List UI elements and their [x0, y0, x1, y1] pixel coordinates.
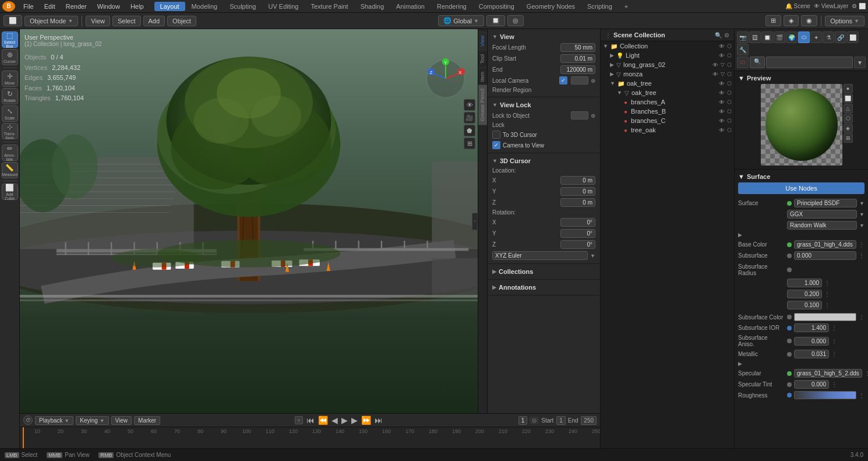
viewport-gizmo[interactable]: X Y Z: [425, 58, 466, 100]
branches-a-render-vis[interactable]: ⬡: [727, 99, 732, 105]
cursor-z-value[interactable]: 0 m: [560, 198, 595, 207]
next-frame-btn[interactable]: ⏩: [360, 416, 372, 425]
editor-type-btn[interactable]: ⬜: [3, 15, 22, 26]
xray-btn[interactable]: ◈: [784, 15, 799, 26]
oak-tree-col-render-vis[interactable]: ⬡: [727, 80, 732, 86]
cursor-x-value[interactable]: 0 m: [560, 176, 595, 185]
props-world-btn[interactable]: 🌍: [786, 31, 798, 43]
local-camera-checkbox[interactable]: ✓: [559, 76, 567, 85]
long-grass-render-vis[interactable]: ⬡: [727, 62, 732, 68]
cursor-rx-value[interactable]: 0°: [560, 218, 595, 227]
jump-start-btn[interactable]: ⏮: [305, 416, 316, 425]
tab-scripting[interactable]: Scripting: [581, 2, 618, 11]
snap-btn[interactable]: 🔲: [486, 15, 505, 26]
viewport-shading-btn[interactable]: ◉: [801, 15, 817, 26]
oak-tree-visibility[interactable]: 👁: [719, 90, 725, 96]
to-3d-cursor-checkbox[interactable]: [492, 131, 500, 139]
snap-tool-btn[interactable]: ⊞: [464, 138, 475, 149]
monza-render-vis[interactable]: ⬡: [727, 71, 732, 77]
cursor-rz-value[interactable]: 0°: [560, 240, 595, 249]
distribution-value[interactable]: GGX: [787, 210, 857, 219]
search-materials-btn[interactable]: 🔍: [750, 57, 765, 68]
tab-shading[interactable]: Shading: [355, 2, 390, 11]
tool-cursor[interactable]: ⊕ Cursor: [2, 49, 18, 65]
prev-frame-btn[interactable]: ⏪: [317, 416, 329, 425]
subsurface-color-more[interactable]: ⋮: [859, 314, 865, 321]
monza-visibility[interactable]: 👁: [712, 71, 718, 78]
n-tab-tool[interactable]: Tool: [478, 50, 487, 68]
outliner-filter-btn[interactable]: 🔍: [715, 32, 722, 38]
outliner-item-branches-c[interactable]: ● branches_C 👁 ⬡: [601, 116, 734, 125]
camera-to-view-checkbox[interactable]: ✓: [492, 141, 500, 149]
prev-ctrl-6[interactable]: ⊞: [844, 133, 853, 143]
subsurface-more[interactable]: ⋮: [859, 252, 865, 259]
n-tab-view[interactable]: View: [478, 31, 487, 50]
tool-annotate[interactable]: ✏ Anno-tate: [2, 145, 18, 161]
view-tool-btn[interactable]: 👁: [464, 99, 475, 111]
cursor-3d-header[interactable]: ▼ 3D Cursor: [488, 156, 600, 166]
select-btn[interactable]: Select: [112, 16, 141, 26]
props-view-layer-btn[interactable]: 🔲: [761, 31, 773, 43]
menu-render[interactable]: Render: [61, 2, 91, 11]
metallic-value[interactable]: 0.031: [794, 350, 829, 358]
specular-tint-more[interactable]: ⋮: [831, 381, 837, 388]
sub-radius-r[interactable]: 1.000: [787, 279, 822, 287]
props-render-btn[interactable]: 📷: [737, 31, 749, 43]
prev-keyframe-btn[interactable]: ◀: [330, 416, 339, 425]
start-frame-field[interactable]: 1: [556, 416, 566, 425]
subsurface-ior-value[interactable]: 1.400: [794, 323, 829, 332]
rotation-mode-value[interactable]: XYZ Euler: [492, 251, 588, 260]
timeline-ruler[interactable]: 10 20 30 40 50 60 70 80 90 100 110 120 1…: [20, 427, 600, 448]
branches-a-visibility[interactable]: 👁: [719, 99, 725, 105]
tree-oak-render-vis[interactable]: ⬡: [727, 127, 732, 133]
n-tab-item[interactable]: Item: [478, 68, 487, 86]
keying-btn[interactable]: Keying ▼: [76, 416, 108, 425]
prev-ctrl-5[interactable]: ◈: [844, 124, 853, 133]
playback-btn[interactable]: Playback ▼: [35, 416, 73, 425]
prev-ctrl-4[interactable]: ⬡: [844, 114, 853, 123]
view-btn[interactable]: View: [86, 16, 110, 26]
roughness-more[interactable]: ⋮: [859, 392, 865, 399]
tab-geometry-nodes[interactable]: Geometry Nodes: [521, 2, 581, 11]
outliner-item-monza[interactable]: ▶ ▽ monza 👁 ▽ ⬡: [601, 69, 734, 79]
subsurface-aniso-value[interactable]: 0.000: [794, 337, 829, 346]
proportional-btn[interactable]: ◎: [507, 15, 524, 26]
light-render-vis[interactable]: ⬡: [727, 52, 732, 58]
tool-transform[interactable]: ⊹ Trans-form: [2, 123, 18, 139]
light-visibility[interactable]: 👁: [719, 52, 725, 59]
tab-compositing[interactable]: Compositing: [473, 2, 520, 11]
view-lock-header[interactable]: ▼ View Lock: [488, 100, 600, 110]
outliner-item-branches-a[interactable]: ● branches_A 👁 ⬡: [601, 97, 734, 107]
view-section-header[interactable]: ▼ View: [488, 31, 600, 42]
props-material-btn[interactable]: ⬭: [798, 31, 810, 43]
menu-file[interactable]: File: [19, 2, 38, 11]
camera-tool-btn[interactable]: 🎥: [464, 112, 475, 124]
oak-tree-col-visibility[interactable]: 👁: [719, 80, 725, 87]
tab-rendering[interactable]: Rendering: [431, 2, 472, 11]
local-camera-picker[interactable]: [571, 76, 588, 85]
prev-ctrl-1[interactable]: ●: [844, 84, 853, 93]
clip-start-value[interactable]: 0.01 m: [560, 54, 595, 63]
collection-visibility[interactable]: 👁: [719, 43, 725, 50]
prev-ctrl-3[interactable]: △: [844, 104, 853, 113]
object-mode-btn[interactable]: Object Mode ▼: [24, 16, 78, 26]
props-modifier-btn[interactable]: 🔧: [737, 44, 749, 55]
search-field[interactable]: [766, 57, 853, 68]
menu-help[interactable]: Help: [126, 2, 149, 11]
tool-add-cube[interactable]: ⬜ AddCube: [2, 184, 18, 200]
base-color-more[interactable]: ⋮: [859, 241, 865, 248]
use-nodes-button[interactable]: Use Nodes: [738, 182, 865, 194]
prev-ctrl-2[interactable]: ⬜: [844, 94, 853, 103]
viewport[interactable]: User Perspective (1) Collection | long_g…: [20, 29, 478, 413]
props-expand-btn[interactable]: ▼: [854, 57, 866, 68]
outliner-item-branches-b[interactable]: ● Branches_B 👁 ⬡: [601, 107, 734, 116]
sub-radius-b[interactable]: 0.100: [787, 301, 822, 309]
oak-tree-render-vis[interactable]: ⬡: [727, 90, 732, 96]
outliner-item-oak-tree[interactable]: ▼ ▽ oak_tree 👁 ⬡: [601, 88, 734, 97]
jump-end-btn[interactable]: ⏭: [373, 416, 384, 425]
collection-render-vis[interactable]: ⬡: [727, 43, 732, 49]
sub-radius-g[interactable]: 0.200: [787, 290, 822, 298]
tool-scale[interactable]: ⤡ Scale: [2, 105, 18, 122]
cursor-ry-value[interactable]: 0°: [560, 229, 595, 238]
props-scene-btn[interactable]: 🎬: [774, 31, 785, 43]
